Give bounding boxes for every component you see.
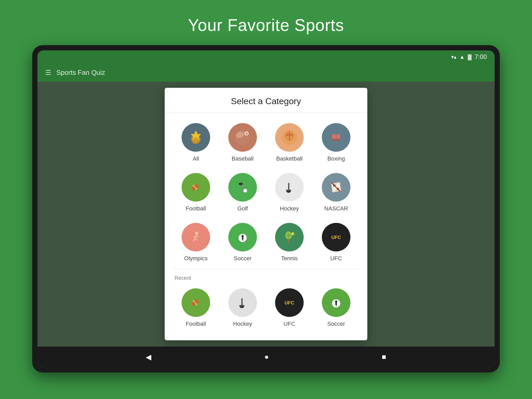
icon-hockey xyxy=(275,173,304,202)
category-item-olympics[interactable]: Olympics xyxy=(172,219,219,266)
wifi-icon: ▾▴ xyxy=(451,54,456,60)
recent-item-ufc[interactable]: UFC UFC xyxy=(266,284,313,331)
recent-label: Recent xyxy=(172,273,360,284)
svg-text:UFC: UFC xyxy=(285,300,294,305)
page-title: Your Favorite Sports xyxy=(188,16,344,35)
svg-point-9 xyxy=(328,130,344,145)
icon-football xyxy=(182,173,210,202)
dialog-title: Select a Category xyxy=(231,96,301,106)
label-hockey: Hockey xyxy=(280,205,299,212)
recent-label-football: Football xyxy=(186,321,206,327)
label-tennis: Tennis xyxy=(281,255,298,262)
category-item-ufc[interactable]: UFC UFC xyxy=(313,219,360,266)
svg-point-20 xyxy=(243,189,247,192)
icon-ufc2: UFC xyxy=(275,288,304,317)
category-item-all[interactable]: All xyxy=(172,119,219,166)
svg-rect-33 xyxy=(333,188,335,190)
svg-rect-34 xyxy=(337,188,339,190)
icon-all xyxy=(182,123,210,152)
category-item-golf[interactable]: Golf xyxy=(219,169,266,216)
tablet-screen: ▾▴ ▲ ▓ 7:00 ☰ Sports Fan Quiz Select a C… xyxy=(37,50,495,367)
label-olympics: Olympics xyxy=(184,255,208,262)
svg-rect-56 xyxy=(288,240,289,243)
icon-basketball xyxy=(275,123,304,152)
svg-point-22 xyxy=(239,183,243,185)
recent-grid: Football xyxy=(172,284,360,331)
category-grid: All xyxy=(172,119,360,266)
icon-ufc: UFC xyxy=(322,223,350,251)
label-nascar: NASCAR xyxy=(324,205,348,212)
recent-apps-button[interactable]: ■ xyxy=(377,350,391,364)
label-football: Football xyxy=(186,205,206,212)
label-all: All xyxy=(193,155,199,162)
divider xyxy=(172,269,360,269)
svg-point-5 xyxy=(244,131,249,136)
back-button[interactable]: ◀ xyxy=(141,350,157,364)
icon-baseball xyxy=(228,123,257,152)
label-soccer: Soccer xyxy=(234,255,251,262)
svg-point-36 xyxy=(195,232,198,235)
icon-hockey2 xyxy=(228,288,257,317)
svg-rect-12 xyxy=(333,139,336,141)
dialog-header: Select a Category xyxy=(165,88,367,113)
label-basketball: Basketball xyxy=(276,155,303,162)
svg-rect-66 xyxy=(241,298,243,306)
icon-boxing xyxy=(322,123,350,152)
category-dialog: Select a Category xyxy=(165,88,367,340)
svg-rect-13 xyxy=(336,139,340,141)
category-item-tennis[interactable]: Tennis xyxy=(266,219,313,266)
app-bar-title: Sports Fan Quiz xyxy=(56,69,105,77)
home-button[interactable]: ● xyxy=(259,350,274,364)
hamburger-icon[interactable]: ☰ xyxy=(45,69,51,77)
dialog-body: All xyxy=(165,113,367,340)
recent-section: Recent xyxy=(172,271,360,331)
category-item-nascar[interactable]: NASCAR xyxy=(313,169,360,216)
signal-icon: ▲ xyxy=(460,54,465,60)
recent-label-hockey: Hockey xyxy=(233,321,252,327)
label-ufc: UFC xyxy=(330,255,342,262)
label-boxing: Boxing xyxy=(327,155,345,162)
category-item-basketball[interactable]: Basketball xyxy=(266,119,313,166)
battery-icon: ▓ xyxy=(468,54,472,60)
status-icons: ▾▴ ▲ ▓ 7:00 xyxy=(451,53,487,61)
svg-text:UFC: UFC xyxy=(331,235,341,240)
category-item-baseball[interactable]: Baseball xyxy=(219,119,266,166)
app-bar: ☰ Sports Fan Quiz xyxy=(37,63,495,82)
category-item-boxing[interactable]: Boxing xyxy=(313,119,360,166)
svg-rect-21 xyxy=(242,184,243,191)
icon-soccer xyxy=(228,223,257,251)
status-time: 7:00 xyxy=(475,53,487,61)
category-item-hockey[interactable]: Hockey xyxy=(266,169,313,216)
tablet-frame: ▾▴ ▲ ▓ 7:00 ☰ Sports Fan Quiz Select a C… xyxy=(32,45,500,373)
label-golf: Golf xyxy=(237,205,248,212)
icon-football2 xyxy=(182,288,210,317)
screen-content: Select a Category xyxy=(37,82,495,347)
label-baseball: Baseball xyxy=(232,155,254,162)
status-bar: ▾▴ ▲ ▓ 7:00 xyxy=(37,50,495,63)
category-item-soccer[interactable]: Soccer xyxy=(219,219,266,266)
icon-nascar xyxy=(322,173,350,202)
svg-point-68 xyxy=(240,306,244,308)
svg-rect-31 xyxy=(333,184,335,187)
svg-rect-32 xyxy=(337,184,339,187)
svg-point-2 xyxy=(193,137,198,142)
recent-label-soccer: Soccer xyxy=(327,321,345,327)
svg-rect-24 xyxy=(288,183,289,191)
category-item-football[interactable]: Football xyxy=(172,169,219,216)
svg-point-57 xyxy=(291,232,294,235)
recent-item-soccer[interactable]: Soccer xyxy=(313,284,360,331)
bottom-nav: ◀ ● ■ xyxy=(37,347,495,367)
svg-point-26 xyxy=(287,191,291,193)
recent-item-hockey[interactable]: Hockey xyxy=(219,284,266,331)
dialog-overlay: Select a Category xyxy=(37,82,495,347)
icon-golf xyxy=(228,173,257,202)
icon-olympics xyxy=(182,223,210,251)
icon-tennis xyxy=(275,223,304,251)
recent-label-ufc: UFC xyxy=(283,321,295,327)
icon-soccer2 xyxy=(322,288,350,317)
recent-item-football[interactable]: Football xyxy=(172,284,219,331)
